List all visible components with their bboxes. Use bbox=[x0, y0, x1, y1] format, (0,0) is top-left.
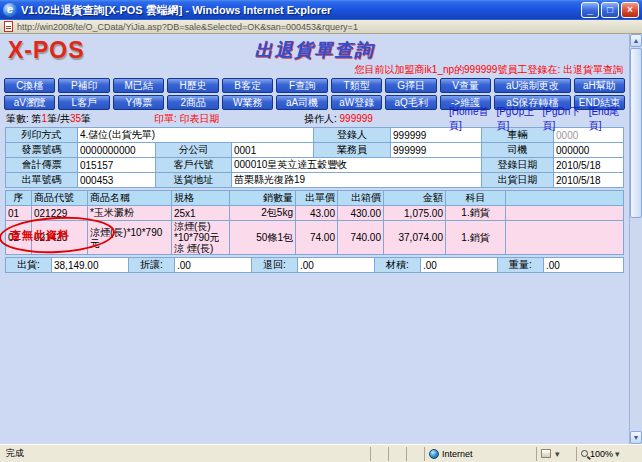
button-force-edit[interactable]: aU強制更改 bbox=[494, 78, 570, 93]
order-no-value: 000453 bbox=[77, 173, 155, 188]
ship-total-value: 38,149.00 bbox=[52, 258, 129, 273]
button-closed[interactable]: M已結 bbox=[113, 78, 164, 93]
page-nav: [Home首頁] [PgUp上頁] [PgDn下頁] [End尾頁] bbox=[449, 105, 623, 133]
page-header: X-POS 出退貨單查詢 bbox=[4, 36, 625, 64]
order-form: 列印方式 4.儲位(出貨先單) 登錄人 999999 車輛 0000 發票號碼 … bbox=[5, 127, 624, 188]
button-check-qty[interactable]: V查量 bbox=[440, 78, 491, 93]
button-history[interactable]: H歷史 bbox=[167, 78, 218, 93]
count-total: 35 bbox=[70, 113, 81, 124]
button-customer-set[interactable]: B客定 bbox=[222, 78, 273, 93]
item-category: 1.銷貨 bbox=[446, 206, 506, 221]
address-bar[interactable]: http://win2008/te/O_CData/YiJia.asp?DB=s… bbox=[0, 20, 642, 34]
header-product-name: 商品名稱 bbox=[88, 191, 172, 206]
globe-icon bbox=[429, 449, 439, 459]
nav-home[interactable]: [Home首頁] bbox=[449, 105, 490, 133]
item-blank bbox=[506, 221, 624, 255]
item-spec: 涼煙(長) *10*790元涼 煙(長) bbox=[172, 221, 230, 255]
internet-zone: Internet bbox=[424, 447, 536, 461]
item-row[interactable]: 02 021420 涼煙(長)*10*790元 涼煙(長) *10*790元涼 … bbox=[6, 221, 624, 255]
button-browse[interactable]: aV瀏覽 bbox=[4, 95, 55, 110]
reg-date-label: 登錄日期 bbox=[482, 158, 554, 173]
scrollbar-track[interactable] bbox=[630, 218, 642, 431]
button-margin[interactable]: aQ毛利 bbox=[385, 95, 436, 110]
zoom-level: 100% bbox=[590, 449, 613, 459]
header-seq: 序 bbox=[6, 191, 32, 206]
login-notice: 您目前以加盟商ik1_np的999999號員工登錄在: 出退貨單查詢 bbox=[4, 64, 625, 76]
vertical-scrollbar[interactable]: ▲ ▼ bbox=[629, 34, 642, 444]
volume-label: 材積: bbox=[375, 258, 421, 273]
dropdown-caret-icon: ▾ bbox=[555, 449, 560, 459]
header-product-code: 商品代號 bbox=[32, 191, 88, 206]
item-code: 021420 bbox=[32, 221, 88, 255]
status-spacer bbox=[388, 447, 406, 461]
item-spec: 25x1 bbox=[172, 206, 230, 221]
salesman-label: 業務員 bbox=[314, 143, 391, 158]
weight-value: .00 bbox=[544, 258, 624, 273]
discount-label: 折讓: bbox=[129, 258, 175, 273]
status-spacer bbox=[370, 447, 388, 461]
invoice-label: 發票號碼 bbox=[5, 143, 77, 158]
minimize-button[interactable]: _ bbox=[581, 2, 599, 18]
item-amount: 1,075.00 bbox=[384, 206, 446, 221]
close-button[interactable]: × bbox=[621, 2, 639, 18]
print-method-label: 列印方式 bbox=[5, 128, 77, 143]
window-controls: _ □ × bbox=[581, 2, 639, 18]
url-text[interactable]: http://win2008/te/O_CData/YiJia.asp?DB=s… bbox=[17, 22, 358, 32]
item-qty: 2包5kg bbox=[230, 206, 296, 221]
header-amount: 金額 bbox=[384, 191, 446, 206]
header-spec: 規格 bbox=[172, 191, 230, 206]
invoice-value: 0000000000 bbox=[77, 143, 155, 158]
item-code: 021229 bbox=[32, 206, 88, 221]
item-qty: 50條1包 bbox=[230, 221, 296, 255]
driver-label: 司機 bbox=[482, 143, 554, 158]
title-bar[interactable]: e V1.02出退貨查詢[X-POS 雲端網] - Windows Intern… bbox=[0, 0, 642, 20]
button-change-file[interactable]: C換檔 bbox=[4, 78, 55, 93]
zoom-caret-icon: ▾ bbox=[615, 449, 620, 459]
status-spacer bbox=[406, 447, 424, 461]
nav-pgdn[interactable]: [PgDn下頁] bbox=[543, 105, 583, 133]
item-row[interactable]: 01 021229 *玉米澱粉 25x1 2包5kg 43.00 430.00 … bbox=[6, 206, 624, 221]
browser-window: e V1.02出退貨查詢[X-POS 雲端網] - Windows Intern… bbox=[0, 0, 642, 462]
zone-label: Internet bbox=[442, 449, 473, 459]
item-unit-price: 43.00 bbox=[296, 206, 338, 221]
scroll-down-arrow[interactable]: ▼ bbox=[630, 431, 642, 444]
button-product[interactable]: 2商品 bbox=[167, 95, 218, 110]
button-driver[interactable]: aA司機 bbox=[276, 95, 327, 110]
discount-value: .00 bbox=[175, 258, 252, 273]
protected-mode-zone[interactable]: ▾ bbox=[536, 447, 576, 461]
voucher-value: 015157 bbox=[77, 158, 155, 173]
voucher-label: 會計傳票 bbox=[5, 158, 77, 173]
volume-value: .00 bbox=[421, 258, 498, 273]
button-sales[interactable]: W業務 bbox=[222, 95, 273, 110]
header-qty: 銷數量 bbox=[230, 191, 296, 206]
zoom-control[interactable]: 100% ▾ bbox=[576, 447, 640, 461]
button-help[interactable]: aH幫助 bbox=[574, 78, 625, 93]
content-area: X-POS 出退貨單查詢 您目前以加盟商ik1_np的999999號員工登錄在:… bbox=[0, 34, 642, 444]
return-value: .00 bbox=[298, 258, 375, 273]
count-suffix: 筆 bbox=[81, 113, 91, 124]
maximize-button[interactable]: □ bbox=[601, 2, 619, 18]
count-mid: 筆/共 bbox=[47, 113, 70, 124]
item-category: 1.銷貨 bbox=[446, 221, 506, 255]
button-type[interactable]: T類型 bbox=[331, 78, 382, 93]
page-title: 出退貨單查詢 bbox=[4, 38, 625, 62]
button-customer[interactable]: L客戶 bbox=[58, 95, 109, 110]
print-method-value[interactable]: 4.儲位(出貨先單) bbox=[77, 128, 313, 143]
item-box-price: 740.00 bbox=[338, 221, 384, 255]
button-query[interactable]: F查詢 bbox=[276, 78, 327, 93]
button-pick-date[interactable]: G擇日 bbox=[385, 78, 436, 93]
button-voucher[interactable]: Y傳票 bbox=[113, 95, 164, 110]
header-box-price: 出箱價 bbox=[338, 191, 384, 206]
item-seq: 02 bbox=[6, 221, 32, 255]
scrollbar-thumb[interactable] bbox=[630, 48, 642, 218]
scroll-up-arrow[interactable]: ▲ bbox=[630, 34, 642, 47]
phishing-filter-icon bbox=[541, 449, 551, 458]
reg-date-value: 2010/5/18 bbox=[554, 158, 624, 173]
order-no-label: 出單號碼 bbox=[5, 173, 77, 188]
button-reprint[interactable]: P補印 bbox=[58, 78, 109, 93]
nav-end[interactable]: [End尾頁] bbox=[589, 105, 623, 133]
button-login[interactable]: aW登錄 bbox=[331, 95, 382, 110]
magnifier-icon bbox=[581, 450, 588, 457]
operator-value: 999999 bbox=[340, 113, 373, 124]
window-title: V1.02出退貨查詢[X-POS 雲端網] - Windows Internet… bbox=[21, 3, 581, 18]
